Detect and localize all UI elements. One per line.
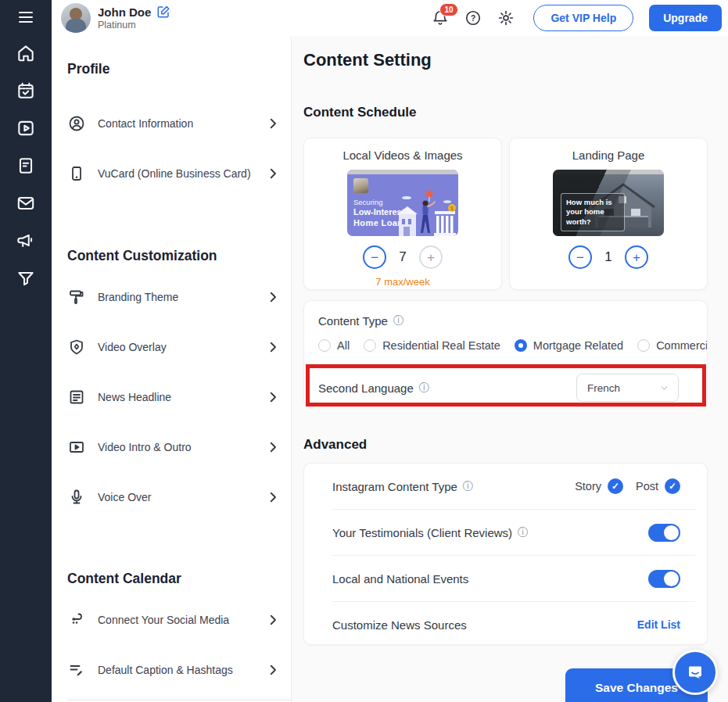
chevron-right-icon [266, 440, 280, 454]
get-vip-help-button[interactable]: Get VIP Help [533, 5, 633, 31]
home-icon[interactable] [0, 34, 52, 72]
post-checkbox-option[interactable]: Post ✓ [636, 478, 680, 494]
checkbox-label: Story [575, 480, 601, 492]
checkbox-label: Post [636, 480, 658, 492]
sidebar-item-label: Connect Your Social Media [98, 614, 229, 626]
events-label: Local and National Events [332, 572, 468, 586]
decrement-button[interactable]: − [363, 245, 386, 269]
divider [67, 700, 291, 700]
caption-hashtags-icon [67, 661, 86, 679]
checkbox-checked-icon[interactable]: ✓ [665, 478, 680, 494]
radio-label: Mortgage Related [533, 339, 623, 352]
gear-icon[interactable] [497, 9, 515, 27]
local-videos-count: 7 [398, 249, 407, 265]
content-setting-page: John Doe Platinum 10 ? Get VIP Help Upgr… [0, 0, 728, 702]
social-media-icon [67, 611, 86, 629]
edit-profile-icon[interactable] [156, 5, 170, 19]
schedule-card-landing-page: Landing Page How muc [509, 138, 708, 290]
document-icon[interactable] [0, 147, 52, 184]
events-toggle-on[interactable] [648, 570, 680, 588]
increment-button[interactable]: + [625, 245, 648, 269]
page-title: Content Setting [303, 50, 432, 70]
bell-icon[interactable]: 10 [432, 9, 449, 27]
sidebar-item-label: Contact Information [98, 117, 193, 130]
story-checkbox-option[interactable]: Story ✓ [575, 478, 623, 494]
section-title-content-customization: Content Customization [67, 248, 291, 265]
top-header: John Doe Platinum 10 ? Get VIP Help Upgr… [52, 0, 728, 36]
radio-icon[interactable] [637, 339, 650, 352]
advanced-title: Advanced [303, 437, 367, 453]
second-language-select[interactable]: French [576, 374, 679, 402]
radio-icon-selected[interactable] [515, 339, 527, 352]
vucard-icon [67, 164, 86, 183]
sidebar-item-branding-theme[interactable]: Branding Theme [67, 272, 291, 322]
news-sources-label: Customize News Sources [332, 618, 467, 632]
radio-icon[interactable] [364, 339, 376, 352]
advanced-panel: Instagram Content Type ⓘ Story ✓ Post ✓ [303, 463, 708, 645]
calendar-icon[interactable] [0, 72, 52, 109]
upgrade-button[interactable]: Upgrade [649, 5, 722, 31]
testimonials-toggle-on[interactable] [648, 524, 680, 542]
sidebar-item-video-overlay[interactable]: Video Overlay [67, 322, 291, 372]
mail-icon[interactable] [0, 184, 52, 222]
selected-language: French [587, 382, 620, 394]
settings-sidebar: Profile Contact Information VuCard (Onli… [52, 36, 292, 702]
sidebar-item-label: Branding Theme [98, 291, 178, 303]
testimonials-row: Your Testimonials (Client Reviews) ⓘ [304, 510, 707, 555]
chevron-right-icon [266, 490, 280, 504]
chevron-right-icon [266, 116, 280, 131]
sidebar-item-label: News Headline [98, 391, 171, 403]
chevron-right-icon [266, 390, 280, 404]
sidebar-item-contact-information[interactable]: Contact Information [67, 98, 291, 149]
branding-theme-icon [67, 288, 86, 306]
info-icon[interactable]: ⓘ [393, 313, 404, 328]
sidebar-item-label: Default Caption & Hashtags [98, 664, 233, 676]
voice-over-icon [67, 488, 86, 507]
sidebar-item-vucard[interactable]: VuCard (Online Business Card) [67, 149, 291, 199]
main-content: Content Setting Content Schedule Local V… [292, 36, 728, 702]
sidebar-item-label: Video Intro & Outro [98, 441, 192, 453]
info-icon[interactable]: ⓘ [419, 381, 430, 395]
megaphone-icon[interactable] [0, 222, 52, 260]
card-title: Local Videos & Images [304, 149, 501, 162]
info-icon[interactable]: ⓘ [463, 479, 474, 493]
video-library-icon[interactable] [0, 109, 52, 147]
radio-commercial-related[interactable]: Commercial Related [637, 339, 707, 352]
sidebar-item-voice-over[interactable]: Voice Over [67, 472, 291, 522]
checkbox-checked-icon[interactable]: ✓ [608, 478, 623, 494]
increment-button[interactable]: + [419, 245, 443, 269]
radio-all[interactable]: All [318, 339, 350, 352]
user-tier: Platinum [98, 20, 170, 30]
sidebar-item-default-caption-hashtags[interactable]: Default Caption & Hashtags [67, 645, 291, 695]
sidebar-item-connect-social-media[interactable]: Connect Your Social Media [67, 595, 291, 645]
radio-icon[interactable] [318, 339, 331, 352]
radio-label: Residential Real Estate [382, 339, 500, 352]
user-name: John Doe [98, 5, 151, 19]
user-avatar[interactable] [61, 3, 91, 33]
section-title-content-calendar: Content Calendar [67, 571, 291, 588]
sidebar-item-video-intro-outro[interactable]: Video Intro & Outro [67, 422, 291, 472]
section-title-profile: Profile [67, 61, 291, 78]
sidebar-item-news-headline[interactable]: News Headline [67, 372, 291, 422]
edit-list-link[interactable]: Edit List [637, 618, 680, 631]
video-overlay-icon [67, 338, 86, 356]
filter-icon[interactable] [0, 260, 52, 297]
radio-mortgage-related[interactable]: Mortgage Related [515, 339, 623, 352]
content-type-label: Content Type [318, 314, 388, 328]
max-per-week-note: 7 max/week [304, 276, 501, 288]
chevron-right-icon [266, 340, 280, 354]
help-icon[interactable]: ? [464, 9, 482, 27]
menu-icon[interactable] [0, 0, 52, 34]
info-icon[interactable]: ⓘ [518, 525, 529, 539]
radio-label: Commercial Related [656, 339, 707, 352]
presenter-photo [353, 178, 368, 193]
chevron-right-icon [266, 290, 280, 304]
decrement-button[interactable]: − [568, 245, 592, 269]
testimonials-label: Your Testimonials (Client Reviews) [332, 526, 512, 539]
radio-residential-real-estate[interactable]: Residential Real Estate [364, 339, 500, 352]
news-sources-row: Customize News Sources Edit List [304, 602, 707, 645]
landing-caption: How much is your home worth? [561, 193, 625, 231]
chat-widget-button[interactable] [672, 650, 718, 695]
content-type-radio-group: All Residential Real Estate Mortgage Rel… [304, 328, 707, 352]
chat-icon [685, 662, 705, 682]
